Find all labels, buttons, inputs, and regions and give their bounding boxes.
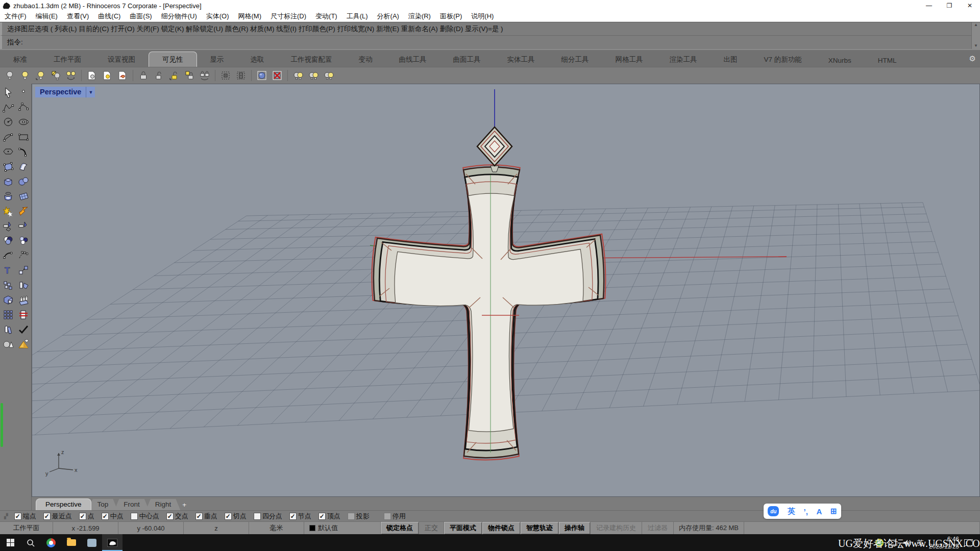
tab-xnurbs[interactable]: XNurbs xyxy=(815,54,865,67)
tool-extrude[interactable] xyxy=(16,204,31,218)
tool-color-a[interactable] xyxy=(1,234,15,248)
toggle-filter[interactable]: 过滤器 xyxy=(642,522,674,534)
tab-subd-tools[interactable]: 细分工具 xyxy=(548,52,602,67)
tab-set-view[interactable]: 设置视图 xyxy=(94,52,149,67)
tool-array-linear[interactable] xyxy=(16,293,31,307)
osnap-end[interactable]: 端点 xyxy=(14,512,36,521)
command-prompt-input[interactable]: 指令: xyxy=(0,36,980,49)
tab-html[interactable]: HTML xyxy=(865,54,910,67)
show-in-detail-icon[interactable] xyxy=(101,69,114,82)
tool-blend-curve[interactable] xyxy=(16,145,31,159)
menu-tools[interactable]: 工具(L) xyxy=(342,12,373,21)
checkbox-disable[interactable] xyxy=(384,513,391,520)
units-button[interactable]: 毫米 xyxy=(249,522,304,534)
toggle-osnap[interactable]: 物件锁点 xyxy=(482,522,521,534)
tab-drafting[interactable]: 出图 xyxy=(710,52,751,67)
tool-text-object[interactable]: T xyxy=(1,263,15,278)
tool-polyline[interactable] xyxy=(1,101,15,115)
hide-swap-pair-icon[interactable] xyxy=(64,69,78,82)
toggle-record-history[interactable]: 记录建构历史 xyxy=(591,522,642,534)
tool-rebuild-curve[interactable] xyxy=(16,248,31,263)
tab-render-tools[interactable]: 渲染工具 xyxy=(656,52,710,67)
isolate-objects-icon[interactable] xyxy=(255,69,268,82)
checkbox-quadrant[interactable] xyxy=(254,513,261,520)
select-hidden-icon[interactable] xyxy=(219,69,232,82)
tool-color-b[interactable] xyxy=(16,234,31,248)
command-scrollbar[interactable] xyxy=(971,22,980,49)
checkbox-near[interactable] xyxy=(43,513,51,520)
taskbar-browser-button[interactable] xyxy=(41,534,61,551)
checkbox-mid[interactable] xyxy=(102,513,109,520)
tab-transform[interactable]: 变动 xyxy=(346,52,386,67)
viewport-tab-right[interactable]: Right xyxy=(146,499,181,510)
tool-move[interactable] xyxy=(16,263,31,278)
menu-curve[interactable]: 曲线(C) xyxy=(93,12,125,21)
tool-rectangle[interactable] xyxy=(16,130,31,144)
tab-mesh-tools[interactable]: 网格工具 xyxy=(602,52,656,67)
osnap-quadrant[interactable]: 四分点 xyxy=(254,512,282,521)
checkbox-project[interactable] xyxy=(348,513,355,520)
tool-copy[interactable] xyxy=(1,278,15,292)
tab-curve-tools[interactable]: 曲线工具 xyxy=(386,52,440,67)
toggle-ortho[interactable]: 正交 xyxy=(419,522,444,534)
lock-selected-icon[interactable] xyxy=(183,69,196,82)
network-icon[interactable] xyxy=(889,539,898,546)
tab-v7-new[interactable]: V7 的新功能 xyxy=(751,52,815,67)
osnap-intersection[interactable]: 交点 xyxy=(166,512,188,521)
tab-visibility[interactable]: 可见性 xyxy=(149,52,197,67)
tray-language-indicator[interactable]: 英 xyxy=(917,538,924,547)
bulb-pair-three-icon[interactable] xyxy=(322,69,335,82)
osnap-vertex[interactable]: 顶点 xyxy=(318,512,340,521)
show-objects-icon[interactable] xyxy=(18,69,32,82)
toolbar-settings-gear-icon[interactable] xyxy=(969,54,976,63)
bulb-pair-one-icon[interactable] xyxy=(291,69,305,82)
osnap-perpendicular[interactable]: 垂点 xyxy=(195,512,217,521)
scroll-up-icon[interactable] xyxy=(974,22,978,29)
notification-center-icon[interactable] xyxy=(964,539,973,546)
checkbox-vertex[interactable] xyxy=(318,513,326,520)
tool-polygon[interactable] xyxy=(1,145,15,159)
ime-skin-icon[interactable]: A xyxy=(817,507,822,516)
toggle-planar[interactable]: 平面模式 xyxy=(444,522,482,534)
tab-cplane[interactable]: 工作平面 xyxy=(40,52,94,67)
checkbox-intersection[interactable] xyxy=(166,513,174,520)
tool-chamfer-a[interactable] xyxy=(1,219,15,233)
osnap-tangent[interactable]: 切点 xyxy=(225,512,247,521)
tool-circle[interactable] xyxy=(1,115,15,130)
checkbox-end[interactable] xyxy=(14,513,21,520)
checkbox-point[interactable] xyxy=(79,513,86,520)
tool-box[interactable] xyxy=(1,174,15,189)
menu-file[interactable]: 文件(F) xyxy=(0,12,31,21)
taskbar-explorer-button[interactable] xyxy=(61,534,82,551)
bulb-pair-two-icon[interactable] xyxy=(307,69,320,82)
tool-array-grid[interactable] xyxy=(1,308,15,322)
tool-curved-surface[interactable] xyxy=(16,160,31,174)
tool-check-select[interactable] xyxy=(16,322,31,337)
swap-locked-icon[interactable] xyxy=(198,69,211,82)
tool-revolve-surface[interactable] xyxy=(1,189,15,204)
viewport-canvas[interactable]: z x y xyxy=(32,84,980,497)
menu-subd[interactable]: 细分物件(U) xyxy=(157,12,202,21)
swap-in-detail-icon[interactable] xyxy=(116,69,129,82)
viewport-title-dropdown[interactable]: Perspective xyxy=(35,87,95,97)
tool-pyramid[interactable] xyxy=(16,337,31,352)
tool-fillet-curve[interactable] xyxy=(1,248,15,263)
tool-solid-union[interactable] xyxy=(1,293,15,307)
viewport-tab-perspective[interactable]: Perspective xyxy=(36,498,91,510)
close-button[interactable]: ✕ xyxy=(960,0,980,11)
select-locked-icon[interactable] xyxy=(234,69,248,82)
swap-hidden-icon[interactable] xyxy=(49,69,62,82)
checkbox-center[interactable] xyxy=(131,513,138,520)
osnap-knot[interactable]: 节点 xyxy=(289,512,311,521)
osnap-mid[interactable]: 中点 xyxy=(102,512,124,521)
tab-display[interactable]: 显示 xyxy=(197,52,237,67)
tool-chamfer-b[interactable] xyxy=(16,219,31,233)
menu-solid[interactable]: 实体(O) xyxy=(202,12,234,21)
tool-single-point[interactable] xyxy=(16,86,31,100)
tool-ellipse[interactable] xyxy=(16,115,31,130)
toggle-gumball[interactable]: 操作轴 xyxy=(559,522,591,534)
layer-button[interactable]: 默认值 xyxy=(304,522,381,534)
minimize-button[interactable]: — xyxy=(919,0,939,11)
osnap-near[interactable]: 最近点 xyxy=(43,512,72,521)
tool-arc[interactable] xyxy=(1,130,15,144)
